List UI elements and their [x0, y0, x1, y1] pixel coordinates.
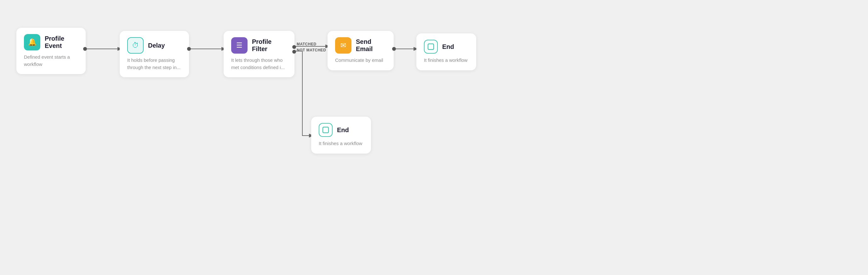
connector-dot-3 [392, 47, 396, 51]
end-top-header: End [424, 40, 469, 54]
connector-dot-2 [187, 47, 191, 51]
profile-event-icon: 🔔 [24, 34, 40, 51]
svg-rect-5 [428, 44, 434, 50]
not-matched-label: NOT MATCHED [297, 48, 326, 52]
send-email-icon: ✉ [335, 37, 351, 54]
end-bottom-icon [319, 123, 333, 137]
profile-filter-desc: It lets through those who met conditions… [231, 57, 287, 71]
svg-rect-6 [323, 127, 329, 133]
end-top-desc: It finishes a workflow [424, 57, 469, 64]
profile-filter-header: ☰ Profile Filter [231, 37, 287, 54]
delay-title: Delay [148, 42, 165, 49]
delay-header: ⏱ Delay [127, 37, 181, 54]
send-email-header: ✉ Send Email [335, 37, 386, 54]
end-bottom-desc: It finishes a workflow [319, 140, 364, 147]
connector-dot-matched [292, 45, 296, 49]
profile-filter-title: Profile Filter [252, 38, 287, 53]
profile-event-header: 🔔 Profile Event [24, 34, 78, 51]
send-email-node[interactable]: ✉ Send Email Communicate by email [328, 31, 394, 70]
connector-dot-not-matched [292, 50, 296, 54]
matched-label: MATCHED [297, 42, 316, 46]
delay-desc: It holds before passing through the next… [127, 57, 181, 71]
end-bottom-title: End [337, 127, 349, 134]
profile-event-desc: Defined event starts a workflow [24, 54, 78, 68]
end-top-icon [424, 40, 438, 54]
profile-event-node[interactable]: 🔔 Profile Event Defined event starts a w… [17, 28, 86, 74]
connector-dot-1 [83, 47, 87, 51]
profile-event-title: Profile Event [45, 35, 78, 50]
profile-filter-node[interactable]: ☰ Profile Filter It lets through those w… [224, 31, 294, 77]
send-email-desc: Communicate by email [335, 57, 386, 64]
end-top-node[interactable]: End It finishes a workflow [416, 33, 476, 70]
end-top-title: End [442, 43, 454, 51]
delay-node[interactable]: ⏱ Delay It holds before passing through … [120, 31, 189, 77]
delay-icon: ⏱ [127, 37, 144, 54]
end-bottom-node[interactable]: End It finishes a workflow [311, 117, 371, 154]
send-email-title: Send Email [356, 38, 386, 53]
workflow-canvas: 🔔 Profile Event Defined event starts a w… [0, 0, 868, 275]
end-bottom-header: End [319, 123, 364, 137]
profile-filter-icon: ☰ [231, 37, 248, 54]
